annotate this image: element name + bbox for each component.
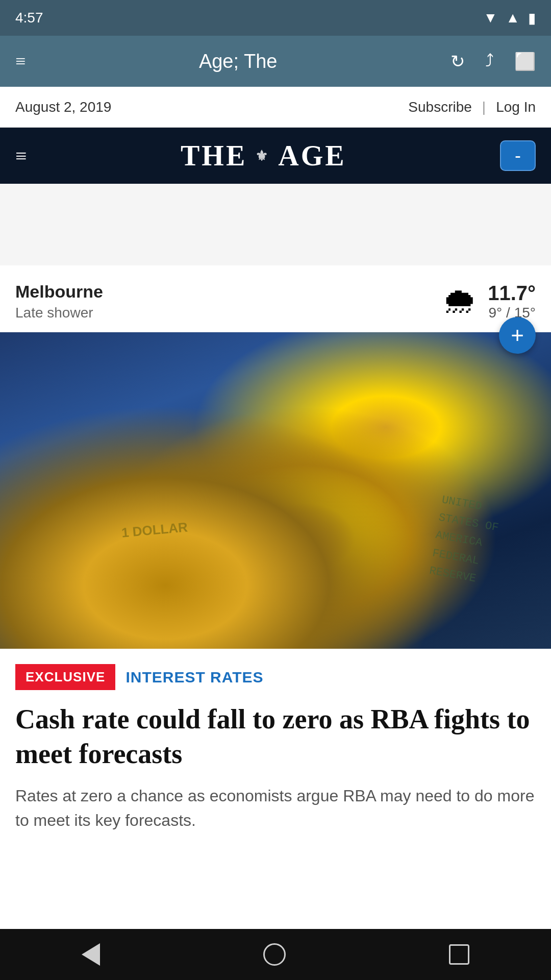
browser-menu-icon[interactable]: ≡ — [15, 51, 26, 72]
logo-text-age: AGE — [278, 139, 346, 172]
weather-temps: 11.7° 9° / 15° — [488, 282, 536, 321]
share-icon[interactable]: ⤴ — [485, 52, 494, 71]
browser-title: Age; The — [199, 51, 278, 72]
status-bar: 4:57 ▼ ▲ ▮ — [0, 0, 551, 36]
login-link[interactable]: Log In — [496, 99, 536, 115]
home-button[interactable] — [263, 943, 286, 966]
browser-actions: ↻ ⤴ ⬜ — [450, 51, 536, 71]
status-icons: ▼ ▲ ▮ — [484, 10, 536, 27]
subscribe-link[interactable]: Subscribe — [408, 99, 472, 115]
coin-background — [0, 332, 551, 649]
article-section: EXCLUSIVE INTEREST RATES Cash rate could… — [0, 649, 551, 832]
exclusive-tag[interactable]: EXCLUSIVE — [15, 664, 115, 690]
masthead: ≡ THE ⚜ AGE - — [0, 128, 551, 184]
coin-visual: 1 DOLLAR UNITEDSTATES OFAMERICAFEDERALRE… — [0, 332, 551, 649]
battery-icon: ▮ — [528, 10, 536, 27]
android-nav — [0, 929, 551, 980]
minus-button[interactable]: - — [500, 140, 536, 171]
back-button[interactable] — [82, 943, 100, 966]
recents-button[interactable] — [449, 944, 469, 965]
screen-icon[interactable]: ⬜ — [514, 51, 536, 71]
reload-icon[interactable]: ↻ — [450, 51, 465, 71]
article-tags: EXCLUSIVE INTEREST RATES — [15, 664, 536, 690]
category-tag[interactable]: INTEREST RATES — [126, 669, 263, 686]
weather-condition: Late shower — [15, 305, 103, 321]
article-summary: Rates at zero a chance as economists arg… — [15, 783, 536, 832]
sub-header: August 2, 2019 Subscribe | Log In — [0, 87, 551, 128]
article-headline[interactable]: Cash rate could fall to zero as RBA figh… — [15, 702, 536, 771]
weather-location: Melbourne Late shower — [15, 282, 103, 321]
hero-image: 1 DOLLAR UNITEDSTATES OFAMERICAFEDERALRE… — [0, 332, 551, 649]
logo-text-the: THE — [181, 139, 247, 172]
divider: | — [482, 99, 486, 115]
ad-space — [0, 184, 551, 265]
weather-icon: 🌧 — [442, 281, 478, 322]
weather-city: Melbourne — [15, 282, 103, 302]
weather-details: 🌧 11.7° 9° / 15° — [442, 281, 536, 322]
browser-bar: ≡ Age; The ↻ ⤴ ⬜ — [0, 36, 551, 87]
publication-date: August 2, 2019 — [15, 99, 111, 115]
masthead-menu-icon[interactable]: ≡ — [15, 144, 27, 168]
site-logo: THE ⚜ AGE — [181, 139, 346, 172]
main-temperature: 11.7° — [488, 282, 536, 305]
add-button[interactable]: + — [499, 317, 536, 354]
signal-icon: ▲ — [506, 10, 520, 26]
auth-links: Subscribe | Log In — [408, 99, 536, 115]
crest-icon: ⚜ — [255, 148, 270, 164]
weather-section: Melbourne Late shower 🌧 11.7° 9° / 15° — [0, 265, 551, 332]
time-display: 4:57 — [15, 10, 43, 26]
wifi-icon: ▼ — [484, 10, 498, 26]
